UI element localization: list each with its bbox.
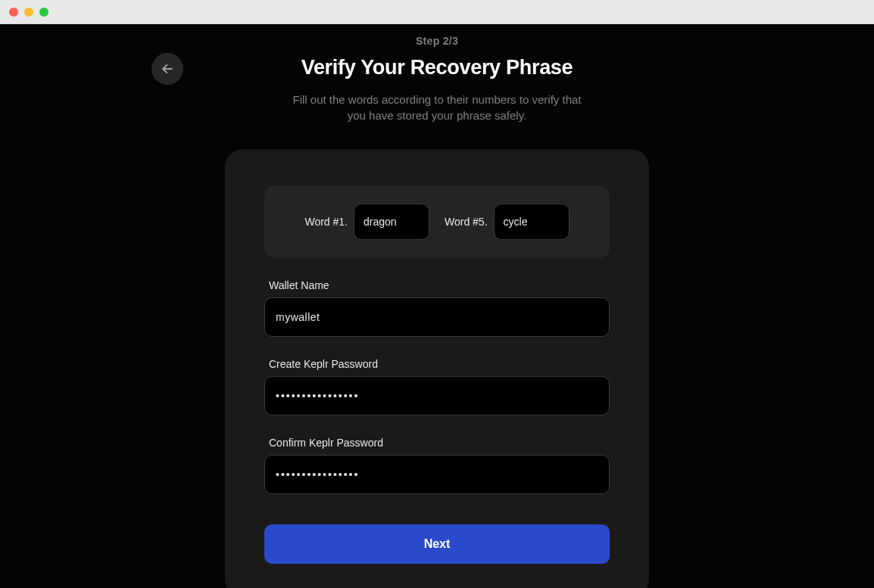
word-input-1[interactable] (354, 204, 429, 240)
word-label: Word #1. (304, 216, 348, 228)
window-titlebar (0, 0, 874, 24)
confirm-password-input[interactable] (264, 455, 610, 494)
wallet-name-input[interactable] (264, 297, 610, 337)
confirm-password-label: Confirm Keplr Password (264, 437, 610, 449)
create-password-group: Create Keplr Password (264, 358, 610, 415)
confirm-password-group: Confirm Keplr Password (264, 437, 610, 494)
verify-words-box: Word #1. Word #5. (264, 185, 610, 258)
maximize-window-button[interactable] (39, 8, 48, 17)
main-content: Step 2/3 Verify Your Recovery Phrase Fil… (0, 24, 874, 588)
create-password-input[interactable] (264, 376, 610, 415)
back-button[interactable] (151, 53, 183, 85)
step-indicator: Step 2/3 (0, 35, 874, 47)
page-header: Step 2/3 Verify Your Recovery Phrase Fil… (0, 24, 874, 123)
wallet-name-group: Wallet Name (264, 279, 610, 337)
word-label: Word #5. (445, 216, 488, 228)
page-title: Verify Your Recovery Phrase (0, 56, 874, 79)
word-group-1: Word #1. (304, 204, 429, 240)
next-button[interactable]: Next (264, 524, 610, 564)
wallet-name-label: Wallet Name (264, 279, 610, 291)
word-group-2: Word #5. (445, 204, 570, 240)
page-subtitle: Fill out the words according to their nu… (286, 92, 588, 123)
minimize-window-button[interactable] (24, 8, 33, 17)
close-window-button[interactable] (9, 8, 18, 17)
arrow-left-icon (160, 61, 175, 76)
form-card: Word #1. Word #5. Wallet Name Create Kep… (225, 149, 649, 588)
word-input-2[interactable] (494, 204, 570, 240)
create-password-label: Create Keplr Password (264, 358, 610, 370)
